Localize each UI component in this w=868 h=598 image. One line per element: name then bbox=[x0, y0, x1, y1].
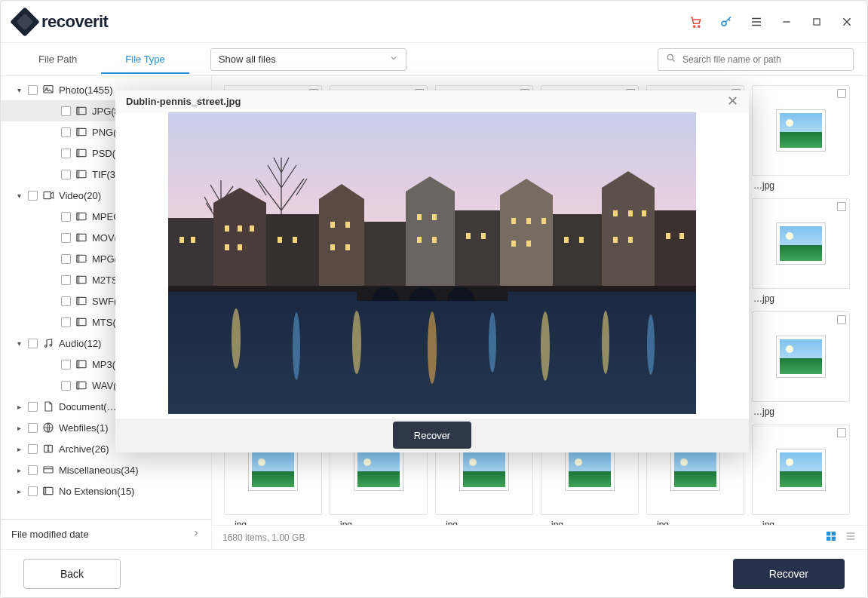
cart-icon[interactable] bbox=[689, 15, 703, 29]
checkbox[interactable] bbox=[28, 85, 38, 95]
sidebar-footer[interactable]: File modified date bbox=[1, 519, 211, 549]
close-icon[interactable]: ✕ bbox=[727, 93, 738, 109]
key-icon[interactable] bbox=[719, 15, 733, 29]
svg-rect-33 bbox=[77, 297, 79, 304]
svg-rect-60 bbox=[364, 222, 406, 290]
svg-rect-38 bbox=[77, 360, 86, 367]
checkbox[interactable] bbox=[837, 428, 846, 437]
svg-rect-29 bbox=[77, 255, 79, 262]
checkbox[interactable] bbox=[61, 170, 71, 179]
svg-rect-21 bbox=[77, 170, 79, 177]
preview-recover-button[interactable]: Recover bbox=[393, 422, 471, 449]
tree-node[interactable]: ▸Miscellaneous(34) bbox=[1, 459, 211, 480]
thumbnail[interactable] bbox=[752, 198, 850, 289]
thumbnail-cell[interactable]: …jpg bbox=[752, 311, 850, 417]
checkbox[interactable] bbox=[28, 444, 38, 454]
checkbox[interactable] bbox=[61, 212, 71, 222]
checkbox[interactable] bbox=[61, 360, 71, 370]
svg-line-11 bbox=[673, 60, 675, 62]
svg-rect-45 bbox=[44, 487, 53, 494]
svg-rect-93 bbox=[541, 218, 546, 224]
svg-rect-103 bbox=[666, 233, 670, 239]
svg-rect-14 bbox=[77, 107, 86, 114]
search-box[interactable] bbox=[658, 48, 854, 71]
checkbox[interactable] bbox=[28, 402, 38, 412]
svg-rect-73 bbox=[191, 237, 195, 243]
list-view-icon[interactable] bbox=[845, 530, 857, 544]
video-icon bbox=[42, 189, 54, 201]
close-icon[interactable] bbox=[840, 15, 854, 29]
thumbnail-cell[interactable]: …jpg bbox=[752, 198, 850, 304]
search-input[interactable] bbox=[682, 54, 845, 65]
checkbox[interactable] bbox=[61, 317, 71, 327]
svg-rect-46 bbox=[44, 487, 46, 494]
thumbnail[interactable] bbox=[752, 311, 850, 402]
checkbox[interactable] bbox=[28, 486, 38, 496]
caret-right-icon: ▸ bbox=[14, 424, 23, 432]
svg-rect-48 bbox=[832, 532, 836, 535]
caret-down-icon: ▾ bbox=[14, 86, 23, 94]
svg-rect-19 bbox=[77, 149, 79, 156]
tree-node[interactable]: ▸No Extension(15) bbox=[1, 480, 211, 501]
svg-marker-23 bbox=[51, 192, 53, 198]
checkbox[interactable] bbox=[61, 106, 71, 116]
thumbnail-cell[interactable]: …jpg bbox=[752, 85, 850, 191]
thumbnail-cell[interactable]: …jpg bbox=[752, 425, 850, 525]
file-icon bbox=[75, 316, 87, 328]
file-icon bbox=[75, 295, 87, 307]
svg-point-108 bbox=[293, 312, 300, 380]
tab-file-path[interactable]: File Path bbox=[14, 44, 101, 74]
svg-rect-97 bbox=[579, 237, 584, 243]
misc-icon bbox=[42, 464, 54, 476]
checkbox[interactable] bbox=[28, 465, 38, 475]
status-bar: 1680 items, 1.00 GB bbox=[212, 525, 867, 549]
maximize-icon[interactable] bbox=[810, 15, 824, 29]
app-logo: recoverit bbox=[14, 11, 108, 32]
checkbox[interactable] bbox=[61, 381, 71, 391]
checkbox[interactable] bbox=[61, 127, 71, 137]
svg-rect-84 bbox=[345, 244, 350, 250]
filter-dropdown[interactable]: Show all files bbox=[210, 48, 406, 71]
tab-file-type[interactable]: File Type bbox=[101, 44, 189, 74]
grid-view-icon[interactable] bbox=[825, 530, 837, 544]
recover-button[interactable]: Recover bbox=[733, 559, 845, 589]
svg-point-113 bbox=[602, 311, 609, 374]
checkbox[interactable] bbox=[61, 296, 71, 306]
file-icon bbox=[75, 210, 87, 222]
thumb-image-icon bbox=[249, 449, 297, 490]
svg-rect-83 bbox=[330, 244, 335, 250]
checkbox[interactable] bbox=[837, 315, 846, 324]
file-icon bbox=[75, 168, 87, 180]
tree-label: Webfiles(1) bbox=[59, 422, 109, 434]
svg-rect-85 bbox=[417, 214, 422, 220]
checkbox[interactable] bbox=[61, 233, 71, 243]
menu-icon[interactable] bbox=[750, 15, 763, 29]
svg-rect-25 bbox=[77, 213, 79, 219]
svg-rect-89 bbox=[466, 233, 471, 239]
svg-rect-76 bbox=[250, 225, 254, 232]
svg-point-112 bbox=[541, 311, 550, 381]
checkbox[interactable] bbox=[28, 339, 38, 348]
checkbox[interactable] bbox=[61, 149, 71, 158]
checkbox[interactable] bbox=[28, 191, 38, 201]
svg-rect-39 bbox=[77, 360, 79, 367]
preview-modal: Dublin-pennis_street.jpg ✕ bbox=[115, 90, 749, 452]
svg-rect-58 bbox=[266, 214, 319, 290]
thumbnail[interactable] bbox=[752, 85, 850, 176]
thumb-image-icon bbox=[671, 449, 719, 490]
checkbox[interactable] bbox=[837, 89, 846, 98]
minimize-icon[interactable] bbox=[780, 15, 793, 29]
checkbox[interactable] bbox=[61, 254, 71, 264]
svg-rect-62 bbox=[455, 210, 500, 290]
svg-point-109 bbox=[352, 311, 361, 374]
svg-rect-104 bbox=[679, 233, 684, 239]
checkbox[interactable] bbox=[61, 275, 71, 285]
svg-rect-91 bbox=[511, 218, 516, 224]
thumbnail[interactable] bbox=[752, 425, 850, 515]
svg-rect-88 bbox=[432, 237, 437, 243]
checkbox[interactable] bbox=[837, 202, 846, 211]
svg-point-114 bbox=[647, 314, 655, 375]
back-button[interactable]: Back bbox=[23, 559, 121, 589]
thumb-image-icon bbox=[460, 449, 508, 490]
checkbox[interactable] bbox=[28, 423, 38, 433]
